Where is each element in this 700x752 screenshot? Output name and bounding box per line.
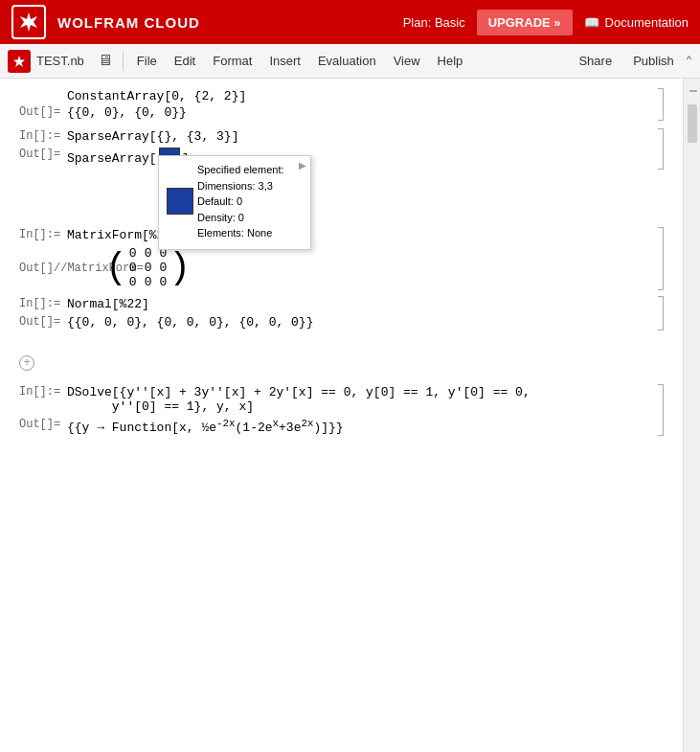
top-bar: WOLFRAM CLOUD Plan: Basic UPGRADE » 📖 Do…: [0, 0, 700, 44]
chevron-up-icon: ⌃: [686, 54, 692, 68]
publish-button[interactable]: Publish: [623, 50, 684, 72]
in-label-3: In[]:=: [19, 228, 67, 241]
insert-menu[interactable]: Insert: [261, 50, 308, 72]
cell-content-4: Normal[%22]: [67, 297, 149, 311]
out-label-5: Out[]=: [19, 418, 67, 431]
out-content-1: {{0, 0}, {0, 0}}: [67, 105, 187, 120]
cell-matrixform-input[interactable]: In[]:= MatrixForm[%21] Out[]//MatrixForm…: [19, 227, 664, 290]
wolfram-logo: [11, 5, 46, 39]
out-label-2: Out[]=: [19, 148, 67, 161]
dsolve-section: In[]:= DSolve[{y''[x] + 3y''[x] + 2y'[x]…: [19, 384, 664, 436]
documentation-link[interactable]: 📖 Documentation: [584, 15, 689, 30]
out-label-1: Out[]=: [19, 105, 67, 119]
svg-marker-0: [20, 12, 37, 32]
plan-label: Plan: Basic: [403, 15, 465, 30]
cell-content-2: SparseArray[{}, {3, 3}]: [67, 129, 238, 144]
out-label-4: Out[]=: [19, 315, 67, 329]
evaluation-menu[interactable]: Evaluation: [310, 50, 384, 72]
notebook-name: TEST.nb: [36, 54, 84, 68]
out-content-5: {{y → Function[x, ½e-2x(1-2ex+3e2x)]}}: [67, 418, 344, 435]
in-label-4: In[]:=: [19, 297, 67, 310]
view-menu[interactable]: View: [386, 50, 428, 72]
app-title: WOLFRAM CLOUD: [57, 14, 200, 31]
format-menu[interactable]: Format: [205, 50, 260, 72]
out-label-3: Out[]//MatrixForm=: [19, 262, 105, 275]
upgrade-button[interactable]: UPGRADE »: [477, 10, 573, 35]
sparse-array-popup: Specified element: Dimensions: 3,3 Defau…: [158, 155, 311, 250]
notebook-toolbar: TEST.nb 🖥 File Edit Format Insert Evalua…: [0, 44, 700, 79]
popup-text: Specified element: Dimensions: 3,3 Defau…: [197, 162, 284, 241]
edit-menu[interactable]: Edit: [167, 50, 203, 72]
main-area: ConstantArray[0, {2, 2}] Out[]= {{0, 0},…: [0, 79, 700, 752]
monitor-icon: 🖥: [98, 52, 113, 70]
cell-constantarray-input[interactable]: ConstantArray[0, {2, 2}] Out[]= {{0, 0},…: [19, 88, 664, 121]
in-label-2: In[]:=: [19, 129, 67, 143]
notebook-icon: [8, 50, 31, 73]
separator: [123, 52, 124, 71]
matrix-display: ( 000 000 000 ): [105, 246, 191, 289]
book-icon: 📖: [584, 15, 599, 30]
plus-circle-icon: +: [19, 355, 34, 371]
notebook-content: ConstantArray[0, {2, 2}] Out[]= {{0, 0},…: [0, 79, 683, 752]
cell-dsolve-input[interactable]: In[]:= DSolve[{y''[x] + 3y''[x] + 2y'[x]…: [19, 384, 664, 436]
cell-sparsearray-input[interactable]: In[]:= SparseArray[{}, {3, 3}] Out[]= Sp…: [19, 128, 664, 170]
add-cell-button[interactable]: +: [19, 353, 664, 373]
file-menu[interactable]: File: [129, 50, 165, 72]
share-button[interactable]: Share: [569, 50, 621, 72]
out-content-3: ( 000 000 000 ): [105, 246, 191, 289]
sparse-blue-box: [167, 188, 193, 215]
cell-content-5: DSolve[{y''[x] + 3y''[x] + 2y'[x] == 0, …: [67, 385, 531, 414]
out-content-4: {{0, 0, 0}, {0, 0, 0}, {0, 0, 0}}: [67, 315, 313, 330]
scrollbar-thumb[interactable]: [688, 104, 697, 143]
right-gutter: [683, 79, 700, 752]
in-label-5: In[]:=: [19, 385, 67, 399]
svg-marker-1: [13, 56, 25, 67]
cell-normal-input[interactable]: In[]:= Normal[%22] Out[]= {{0, 0, 0}, {0…: [19, 296, 664, 330]
help-menu[interactable]: Help: [430, 50, 471, 72]
cell-content-1: ConstantArray[0, {2, 2}]: [67, 89, 246, 103]
